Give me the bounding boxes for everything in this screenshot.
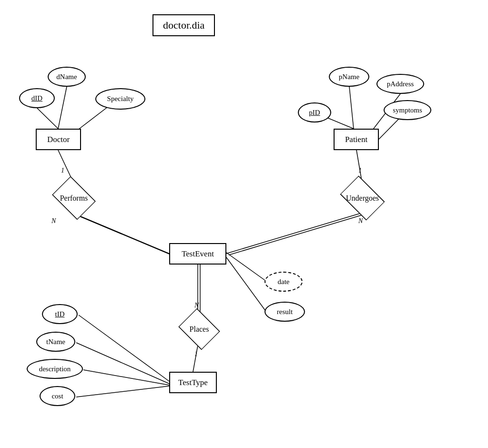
attr-paddress: pAddress <box>376 74 424 94</box>
attr-cost: cost <box>40 386 75 406</box>
svg-line-19 <box>76 343 169 384</box>
attr-pname: pName <box>329 67 369 87</box>
svg-line-13 <box>226 253 267 282</box>
attr-description: description <box>27 359 83 379</box>
attr-result: result <box>264 302 305 322</box>
cardinality-places-1: 1 <box>194 350 198 358</box>
cardinality-places-n: N <box>194 302 199 309</box>
attr-pid: pID <box>298 102 331 122</box>
attr-date: date <box>264 272 303 292</box>
svg-line-21 <box>76 386 169 397</box>
svg-line-17 <box>193 346 198 372</box>
entity-doctor: Doctor <box>36 129 81 150</box>
svg-line-20 <box>83 370 169 385</box>
cardinality-performs-1: 1 <box>61 167 64 174</box>
relationship-places: Places <box>173 314 225 345</box>
entity-testevent: TestEvent <box>169 243 226 265</box>
attr-symptoms: symptoms <box>384 100 431 120</box>
attr-did: dID <box>19 88 55 108</box>
attr-dname: dName <box>48 67 86 87</box>
entity-patient: Patient <box>334 129 379 150</box>
svg-line-14 <box>226 257 267 313</box>
svg-line-11 <box>226 214 360 254</box>
er-diagram: doctor.dia Doctor Patient TestEvent Test… <box>0 0 488 448</box>
cardinality-undergoes-1: 1 <box>358 167 362 174</box>
svg-line-1 <box>58 87 67 129</box>
svg-line-8 <box>74 214 169 254</box>
cardinality-undergoes-n: N <box>358 217 363 225</box>
svg-line-9 <box>76 215 172 255</box>
svg-line-12 <box>229 215 362 255</box>
svg-line-4 <box>349 87 354 129</box>
svg-line-18 <box>79 315 169 381</box>
diagram-title: doctor.dia <box>152 14 215 36</box>
svg-line-0 <box>37 108 58 129</box>
attr-tid: tID <box>42 304 78 324</box>
attr-tname: tName <box>36 332 75 352</box>
entity-testtype: TestType <box>169 372 217 393</box>
attr-specialty: Specialty <box>95 88 145 110</box>
relationship-undergoes: Undergoes <box>333 183 392 214</box>
relationship-performs: Performs <box>45 183 102 214</box>
cardinality-performs-n: N <box>51 217 56 225</box>
